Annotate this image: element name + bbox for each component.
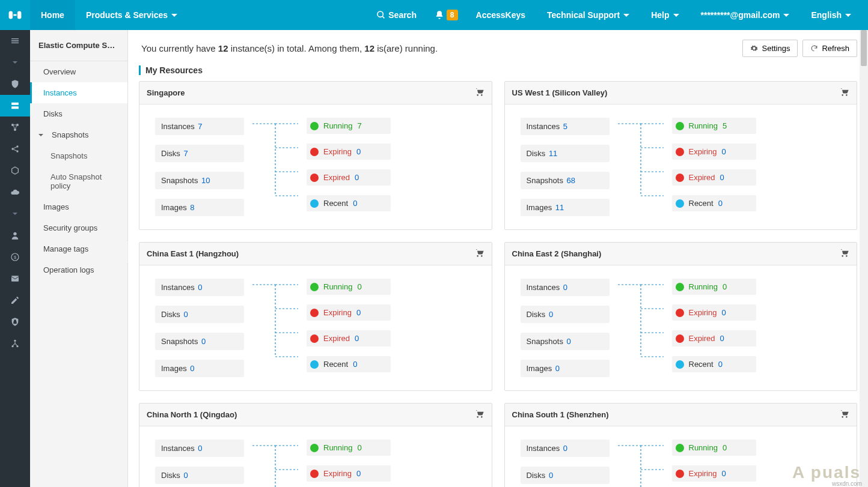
- stat-instances[interactable]: Instances 0: [521, 279, 610, 296]
- nav-products[interactable]: Products & Services: [75, 0, 188, 30]
- stat-disks[interactable]: Disks 11: [521, 145, 610, 162]
- sidebar-manage-tags[interactable]: Manage tags: [30, 238, 127, 259]
- status-recent[interactable]: Recent 0: [307, 195, 391, 211]
- sidebar-images[interactable]: Images: [30, 196, 127, 217]
- nav-user[interactable]: *********@gmail.com: [690, 0, 801, 30]
- strip-billing-icon[interactable]: $: [0, 246, 30, 268]
- strip-shield-icon[interactable]: [0, 73, 30, 95]
- status-running[interactable]: Running 0: [307, 279, 391, 295]
- sidebar-operation-logs[interactable]: Operation logs: [30, 259, 127, 280]
- stat-instances[interactable]: Instances 0: [521, 440, 610, 457]
- status-expired[interactable]: Expired 0: [672, 169, 756, 186]
- nav-home[interactable]: Home: [30, 0, 75, 30]
- cart-icon[interactable]: [840, 87, 849, 98]
- status-expired[interactable]: Expired 0: [307, 330, 391, 346]
- strip-user-icon[interactable]: [0, 225, 30, 246]
- stat-disks[interactable]: Disks 0: [521, 306, 610, 323]
- stat-images[interactable]: Images 8: [155, 199, 244, 216]
- strip-menu-icon[interactable]: [0, 30, 30, 52]
- sidebar-snapshots[interactable]: Snapshots: [30, 124, 127, 145]
- status-expiring[interactable]: Expiring 0: [307, 304, 391, 321]
- status-expired[interactable]: Expired 0: [672, 330, 756, 346]
- stat-instances[interactable]: Instances 0: [155, 279, 244, 296]
- stat-images[interactable]: Images 11: [521, 199, 610, 216]
- status-recent[interactable]: Recent 0: [672, 195, 756, 211]
- svg-rect-0: [9, 11, 13, 19]
- sidebar-disks[interactable]: Disks: [30, 103, 127, 124]
- sidebar-overview[interactable]: Overview: [30, 61, 127, 82]
- status-expiring[interactable]: Expiring 0: [672, 465, 756, 482]
- strip-caret2-icon[interactable]: [0, 203, 30, 225]
- stat-disks[interactable]: Disks 0: [521, 467, 610, 484]
- strip-share-icon[interactable]: [0, 138, 30, 160]
- refresh-button[interactable]: Refresh: [802, 40, 857, 57]
- stat-disks[interactable]: Disks 7: [155, 145, 244, 162]
- strip-box-icon[interactable]: [0, 160, 30, 181]
- stat-disks[interactable]: Disks 0: [155, 467, 244, 484]
- icon-strip: $: [0, 30, 30, 487]
- stat-snapshots[interactable]: Snapshots 10: [155, 172, 244, 189]
- status-recent[interactable]: Recent 0: [672, 356, 756, 372]
- cart-icon[interactable]: [840, 248, 849, 259]
- stat-images[interactable]: Images 0: [155, 360, 244, 377]
- status-running[interactable]: Running 7: [307, 118, 391, 134]
- region-card: China North 1 (Qingdao) Instances 0 Disk…: [139, 403, 492, 487]
- cart-icon[interactable]: [840, 409, 849, 420]
- svg-point-13: [13, 232, 16, 235]
- summary-text: You currently have 12 instance(s) in tot…: [139, 43, 742, 53]
- nav-language[interactable]: English: [800, 0, 862, 30]
- nav-search[interactable]: Search: [365, 0, 427, 30]
- settings-button[interactable]: Settings: [742, 40, 798, 57]
- stat-disks[interactable]: Disks 0: [155, 306, 244, 323]
- status-expiring[interactable]: Expiring 0: [672, 144, 756, 160]
- stat-snapshots[interactable]: Snapshots 0: [521, 333, 610, 350]
- sidebar-instances[interactable]: Instances: [30, 82, 127, 103]
- nav-support[interactable]: Technical Support: [536, 0, 640, 30]
- strip-mail-icon[interactable]: [0, 268, 30, 289]
- nav-accesskeys[interactable]: AccessKeys: [465, 0, 537, 30]
- cart-icon[interactable]: [475, 87, 484, 98]
- region-header: US West 1 (Silicon Valley): [505, 82, 857, 104]
- nav-help[interactable]: Help: [640, 0, 689, 30]
- strip-edit-icon[interactable]: [0, 289, 30, 311]
- stat-snapshots[interactable]: Snapshots 68: [521, 172, 610, 189]
- sidebar-auto-snapshot[interactable]: Auto Snapshot policy: [30, 166, 127, 196]
- status-running[interactable]: Running 5: [672, 118, 756, 134]
- scrollbar[interactable]: [860, 30, 868, 487]
- status-running[interactable]: Running 0: [672, 440, 756, 456]
- status-expired[interactable]: Expired 0: [307, 169, 391, 186]
- strip-server-icon[interactable]: [0, 95, 30, 116]
- status-recent[interactable]: Recent 0: [307, 356, 391, 372]
- strip-branch-icon[interactable]: [0, 333, 30, 354]
- stat-snapshots[interactable]: Snapshots 0: [155, 333, 244, 350]
- cart-icon[interactable]: [475, 409, 484, 420]
- strip-caret-icon[interactable]: [0, 52, 30, 73]
- region-name: China East 1 (Hangzhou): [147, 249, 239, 258]
- strip-network-icon[interactable]: [0, 116, 30, 138]
- sidebar-security-groups[interactable]: Security groups: [30, 217, 127, 238]
- svg-line-4: [382, 16, 384, 18]
- status-expiring[interactable]: Expiring 0: [307, 465, 391, 482]
- status-expiring[interactable]: Expiring 0: [307, 144, 391, 160]
- svg-rect-1: [17, 11, 22, 19]
- svg-point-17: [14, 340, 16, 342]
- refresh-icon: [810, 44, 818, 52]
- region-name: Singapore: [147, 88, 185, 97]
- status-running[interactable]: Running 0: [672, 279, 756, 295]
- status-running[interactable]: Running 0: [307, 440, 391, 456]
- cart-icon[interactable]: [475, 248, 484, 259]
- notification-badge: 8: [447, 10, 458, 20]
- stat-images[interactable]: Images 0: [521, 360, 610, 377]
- region-card: China South 1 (Shenzhen) Instances 0 Dis…: [504, 403, 858, 487]
- stat-instances[interactable]: Instances 0: [155, 440, 244, 457]
- strip-cloud-icon[interactable]: [0, 181, 30, 203]
- strip-security-icon[interactable]: [0, 311, 30, 333]
- sidebar-snapshots-sub[interactable]: Snapshots: [30, 145, 127, 166]
- connector: [252, 118, 298, 216]
- stat-instances[interactable]: Instances 7: [155, 118, 244, 135]
- nav-notifications[interactable]: 8: [427, 10, 465, 20]
- status-expiring[interactable]: Expiring 0: [672, 304, 756, 321]
- region-card: Singapore Instances 7 Disks 7 Snapshots …: [139, 81, 492, 230]
- brand-logo[interactable]: [0, 0, 30, 30]
- stat-instances[interactable]: Instances 5: [521, 118, 610, 135]
